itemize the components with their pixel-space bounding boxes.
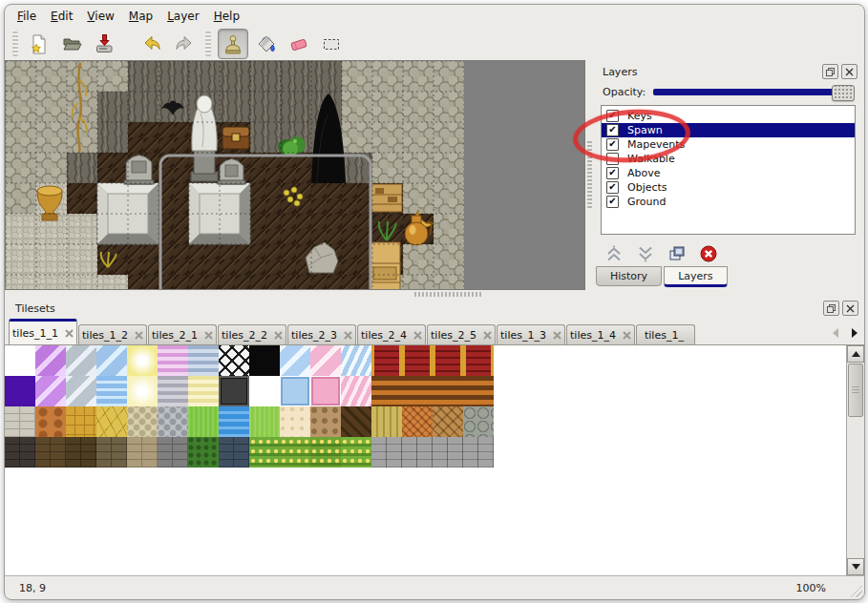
menu-view[interactable]: View bbox=[87, 10, 114, 23]
tileset-tile[interactable] bbox=[127, 345, 158, 376]
scroll-up-button[interactable] bbox=[847, 345, 864, 363]
stamp-tool-button[interactable] bbox=[218, 29, 248, 59]
tileset-tile[interactable] bbox=[127, 376, 158, 406]
opacity-slider[interactable] bbox=[653, 85, 855, 99]
tileset-tab-tiles_1_4[interactable]: tiles_1_4 bbox=[566, 324, 635, 344]
tileset-tab-tiles_1_3[interactable]: tiles_1_3 bbox=[497, 324, 565, 344]
tileset-scrollbar[interactable] bbox=[846, 345, 864, 575]
tileset-tile[interactable] bbox=[249, 345, 280, 376]
tileset-tile[interactable] bbox=[280, 376, 310, 406]
tileset-tile[interactable] bbox=[249, 437, 280, 468]
tileset-tile[interactable] bbox=[35, 437, 66, 468]
close-tab-icon[interactable] bbox=[483, 331, 492, 340]
redo-button[interactable] bbox=[170, 30, 199, 58]
tileset-tile[interactable] bbox=[219, 345, 249, 376]
tileset-tile[interactable] bbox=[280, 437, 310, 468]
tileset-tile[interactable] bbox=[35, 376, 66, 406]
checkbox-unchecked[interactable] bbox=[606, 153, 619, 165]
tileset-tile[interactable] bbox=[463, 406, 494, 437]
tileset-tile[interactable] bbox=[188, 345, 219, 376]
layer-row-ground[interactable]: ✔Ground bbox=[602, 195, 855, 209]
tileset-tile[interactable] bbox=[219, 376, 249, 406]
tileset-tile[interactable] bbox=[127, 437, 158, 468]
scroll-tabs-right-button[interactable] bbox=[845, 322, 864, 344]
tileset-tile[interactable] bbox=[158, 437, 188, 468]
close-tab-icon[interactable] bbox=[413, 331, 422, 340]
tileset-tile[interactable] bbox=[158, 376, 188, 406]
float-panel-button[interactable] bbox=[822, 64, 838, 79]
map-view[interactable] bbox=[5, 60, 585, 290]
tileset-tile[interactable] bbox=[219, 437, 249, 468]
panel-tab-history[interactable]: History bbox=[596, 266, 662, 286]
checkbox-checked[interactable]: ✔ bbox=[606, 110, 619, 122]
tileset-tile[interactable] bbox=[280, 406, 310, 437]
new-file-button[interactable] bbox=[25, 30, 53, 58]
tileset-tile[interactable] bbox=[402, 406, 433, 437]
tileset-tab-tiles_1_[interactable]: tiles_1_ bbox=[636, 324, 695, 344]
tileset-tile[interactable] bbox=[188, 406, 219, 437]
tileset-tab-tiles_2_2[interactable]: tiles_2_2 bbox=[218, 324, 286, 344]
menu-layer[interactable]: Layer bbox=[167, 10, 199, 23]
opacity-slider-handle[interactable] bbox=[832, 85, 855, 101]
tileset-tile[interactable] bbox=[5, 437, 35, 468]
tileset-tile[interactable] bbox=[341, 437, 371, 468]
scroll-tabs-left-button[interactable] bbox=[826, 322, 845, 344]
tileset-tile[interactable] bbox=[158, 345, 188, 376]
close-tab-icon[interactable] bbox=[65, 329, 74, 338]
tileset-tile[interactable] bbox=[310, 376, 341, 406]
layer-row-mapevents[interactable]: ✔Mapevents bbox=[602, 137, 855, 152]
tileset-tab-tiles_1_2[interactable]: tiles_1_2 bbox=[78, 324, 147, 344]
duplicate-layer-button[interactable] bbox=[666, 243, 688, 263]
close-tab-icon[interactable] bbox=[623, 331, 631, 340]
tileset-tile[interactable] bbox=[188, 437, 219, 468]
tileset-tile[interactable] bbox=[66, 345, 96, 376]
close-tab-icon[interactable] bbox=[274, 331, 283, 340]
checkbox-checked[interactable]: ✔ bbox=[606, 196, 619, 208]
fill-tool-button[interactable] bbox=[252, 30, 281, 58]
tileset-tile[interactable] bbox=[433, 437, 463, 468]
tileset-tile[interactable] bbox=[433, 345, 463, 376]
tileset-tile[interactable] bbox=[96, 376, 127, 406]
tileset-tile[interactable] bbox=[127, 406, 158, 437]
float-panel-button[interactable] bbox=[823, 301, 839, 316]
tileset-tile[interactable] bbox=[188, 376, 219, 406]
tileset-tile-empty[interactable] bbox=[5, 345, 35, 376]
layer-row-objects[interactable]: ✔Objects bbox=[602, 180, 855, 195]
tileset-tile[interactable] bbox=[66, 376, 96, 406]
tileset-tile[interactable] bbox=[310, 406, 341, 437]
move-layer-up-button[interactable] bbox=[603, 243, 625, 263]
checkbox-checked[interactable]: ✔ bbox=[606, 138, 619, 151]
tileset-tile[interactable] bbox=[66, 437, 96, 468]
delete-layer-button[interactable] bbox=[697, 243, 720, 263]
close-tab-icon[interactable] bbox=[344, 331, 352, 340]
eraser-tool-button[interactable] bbox=[285, 30, 313, 58]
tileset-tile[interactable] bbox=[433, 406, 463, 437]
toolbar-grip[interactable] bbox=[12, 31, 18, 56]
tileset-tab-tiles_2_5[interactable]: tiles_2_5 bbox=[427, 324, 496, 344]
layer-row-walkable[interactable]: Walkable bbox=[602, 152, 855, 166]
close-panel-button[interactable] bbox=[841, 64, 857, 79]
rect-select-tool-button[interactable] bbox=[317, 30, 346, 58]
menu-help[interactable]: Help bbox=[214, 10, 240, 23]
tileset-tile[interactable] bbox=[249, 406, 280, 437]
tileset-tile[interactable] bbox=[96, 345, 127, 376]
undo-button[interactable] bbox=[138, 30, 166, 58]
tileset-tile[interactable] bbox=[158, 406, 188, 437]
panel-tab-layers[interactable]: Layers bbox=[664, 266, 727, 287]
tileset-tile[interactable] bbox=[402, 376, 433, 406]
tileset-tile[interactable] bbox=[35, 345, 66, 376]
tileset-tile[interactable] bbox=[219, 406, 249, 437]
checkbox-checked[interactable]: ✔ bbox=[606, 181, 619, 194]
close-panel-button[interactable] bbox=[842, 301, 858, 316]
tileset-tile-empty[interactable] bbox=[249, 376, 280, 406]
layer-row-spawn[interactable]: ✔Spawn bbox=[602, 123, 855, 137]
tileset-tile[interactable] bbox=[341, 376, 371, 406]
tileset-tile[interactable] bbox=[463, 345, 494, 376]
tileset-tab-tiles_2_3[interactable]: tiles_2_3 bbox=[287, 324, 356, 344]
close-tab-icon[interactable] bbox=[135, 331, 143, 340]
tileset-tile[interactable] bbox=[96, 406, 127, 437]
tileset-tile[interactable] bbox=[371, 376, 402, 406]
tileset-tile[interactable] bbox=[402, 345, 433, 376]
tileset-tile[interactable] bbox=[402, 437, 433, 468]
tileset-tile[interactable] bbox=[433, 376, 463, 406]
